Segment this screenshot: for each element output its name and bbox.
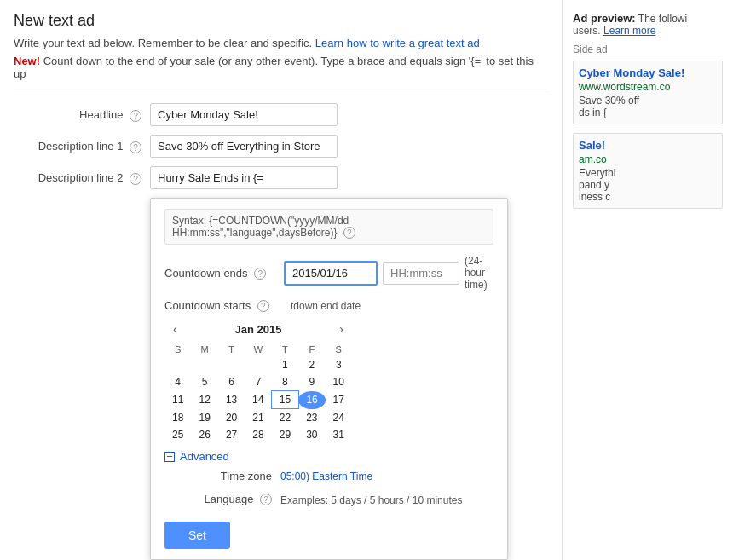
countdown-starts-row: Countdown starts ? tdown end date	[164, 299, 493, 312]
intro-body: Write your text ad below. Remember to be…	[14, 37, 312, 49]
learn-more-link[interactable]: Learn more	[603, 25, 655, 37]
cal-day-3[interactable]: 3	[326, 356, 352, 373]
countdown-starts-help-icon[interactable]: ?	[257, 300, 269, 312]
cal-day-26[interactable]: 26	[191, 426, 217, 443]
cal-weekday: F	[298, 343, 325, 356]
cal-day-14[interactable]: 14	[245, 391, 271, 409]
countdown-starts-label: Countdown starts ?	[164, 299, 284, 312]
syntax-text: Syntax: {=COUNTDOWN("yyyy/MM/dd HH:mm:ss…	[172, 215, 349, 239]
cal-day-27[interactable]: 27	[218, 426, 245, 443]
headline-label: Headline ?	[14, 103, 150, 122]
desc1-row: Description line 1 ?	[14, 135, 548, 158]
ad-preview-box-2: Sale! am.co Everythi pand y iness c	[573, 133, 723, 209]
cal-day-28[interactable]: 28	[245, 426, 271, 443]
cal-day-21[interactable]: 21	[245, 409, 271, 427]
ad-preview-sub1: The followi	[638, 13, 687, 25]
timezone-row: Time zone 05:00) Eastern Time	[164, 470, 493, 482]
cal-day-10[interactable]: 10	[326, 373, 352, 391]
cal-weekday: S	[164, 343, 191, 356]
right-panel: Ad preview: The followi users. Learn mor…	[563, 0, 733, 560]
ad-headline[interactable]: Cyber Monday Sale!	[579, 66, 717, 79]
language-help-icon[interactable]: ?	[260, 494, 272, 505]
headline-row: Headline ?	[14, 103, 548, 126]
cal-day-31[interactable]: 31	[326, 426, 352, 443]
ad-headline-2[interactable]: Sale!	[579, 139, 717, 152]
advanced-section: − Advanced Time zone 05:00) Eastern Time…	[164, 450, 493, 506]
cal-day-30[interactable]: 30	[298, 426, 325, 443]
cal-day-2[interactable]: 2	[298, 356, 325, 373]
cal-day-4[interactable]: 4	[164, 373, 191, 391]
countdown-popup: Syntax: {=COUNTDOWN("yyyy/MM/dd HH:mm:ss…	[150, 198, 508, 560]
timezone-link[interactable]: 05:00) Eastern Time	[280, 471, 372, 482]
time-input[interactable]	[383, 262, 459, 285]
minus-icon: −	[164, 452, 175, 462]
intro-text: Write your text ad below. Remember to be…	[14, 37, 548, 49]
cal-day-11[interactable]: 11	[164, 391, 191, 409]
cal-day-25[interactable]: 25	[164, 426, 191, 443]
syntax-bar: Syntax: {=COUNTDOWN("yyyy/MM/dd HH:mm:ss…	[164, 209, 493, 245]
side-ad-label: Side ad	[573, 43, 723, 55]
ad-url-2: am.co	[579, 153, 717, 165]
ad-preview-title: Ad preview:	[573, 12, 636, 25]
syntax-help-icon[interactable]: ?	[343, 227, 355, 239]
desc2-row: Description line 2 ?	[14, 166, 548, 189]
desc2-help-icon[interactable]: ?	[130, 173, 141, 185]
desc1-label: Description line 1 ?	[14, 135, 150, 153]
cal-day-15[interactable]: 15	[272, 391, 298, 409]
ad-preview-title-bar: Ad preview: The followi	[573, 12, 723, 25]
starts-text: tdown end date	[291, 300, 361, 312]
learn-how-link[interactable]: Learn how to write a great text ad	[315, 37, 480, 49]
ad-desc4: pand y	[579, 179, 717, 191]
cal-day-18[interactable]: 18	[164, 409, 191, 427]
cal-day-20[interactable]: 20	[218, 409, 245, 427]
cal-day-7[interactable]: 7	[245, 373, 271, 391]
new-notice: New! Count down to the end of your sale …	[14, 55, 548, 89]
timezone-value: 05:00) Eastern Time	[280, 471, 372, 482]
cal-weekday: M	[191, 343, 217, 356]
page-title: New text ad	[14, 12, 548, 30]
cal-day-1[interactable]: 1	[272, 356, 298, 373]
cal-day-6[interactable]: 6	[218, 373, 245, 391]
cal-weekday: T	[218, 343, 245, 356]
cal-day-24[interactable]: 24	[326, 409, 352, 427]
new-badge: New!	[14, 55, 40, 67]
calendar-header: ‹ Jan 2015 ›	[164, 320, 352, 338]
examples-text: Examples: 5 days / 5 hours / 10 minutes	[280, 494, 462, 506]
cal-weekday: W	[245, 343, 271, 356]
cal-day-16[interactable]: 16	[298, 391, 325, 409]
desc1-input[interactable]	[150, 135, 338, 158]
cal-day-13[interactable]: 13	[218, 391, 245, 409]
cal-day-8[interactable]: 8	[272, 373, 298, 391]
ad-desc2: ds in {	[579, 107, 717, 118]
calendar: ‹ Jan 2015 › SMTWTFS 1234567891011121314…	[164, 320, 352, 443]
cal-weekday: S	[326, 343, 352, 356]
desc2-input[interactable]	[150, 166, 338, 189]
headline-help-icon[interactable]: ?	[130, 110, 141, 122]
cal-prev-button[interactable]: ‹	[168, 320, 182, 338]
countdown-ends-label: Countdown ends ?	[164, 267, 284, 280]
cal-month-label: Jan 2015	[235, 323, 282, 336]
time-label: (24-hour time)	[465, 255, 493, 291]
cal-day-5[interactable]: 5	[191, 373, 217, 391]
countdown-ends-row: Countdown ends ? (24-hour time)	[164, 255, 493, 291]
countdown-ends-help-icon[interactable]: ?	[254, 268, 266, 280]
ad-desc3: Everythi	[579, 167, 717, 179]
headline-input[interactable]	[150, 103, 338, 126]
cal-day-17[interactable]: 17	[326, 391, 352, 409]
cal-day-22[interactable]: 22	[272, 409, 298, 427]
timezone-label: Time zone	[178, 470, 280, 482]
cal-day-12[interactable]: 12	[191, 391, 217, 409]
language-row: Language ? Examples: 5 days / 5 hours / …	[164, 491, 493, 506]
advanced-toggle[interactable]: − Advanced	[164, 450, 493, 463]
cal-day-9[interactable]: 9	[298, 373, 325, 391]
desc1-help-icon[interactable]: ?	[130, 141, 141, 153]
cal-day-29[interactable]: 29	[272, 426, 298, 443]
date-input[interactable]	[284, 261, 378, 286]
set-button[interactable]: Set	[164, 522, 230, 549]
ad-desc1: Save 30% off	[579, 95, 717, 107]
new-notice-text: Count down to the end of your sale (or a…	[14, 55, 534, 80]
cal-day-23[interactable]: 23	[298, 409, 325, 427]
ad-preview-box: Cyber Monday Sale! www.wordstream.co Sav…	[573, 61, 723, 124]
cal-day-19[interactable]: 19	[191, 409, 217, 427]
cal-next-button[interactable]: ›	[334, 320, 349, 338]
